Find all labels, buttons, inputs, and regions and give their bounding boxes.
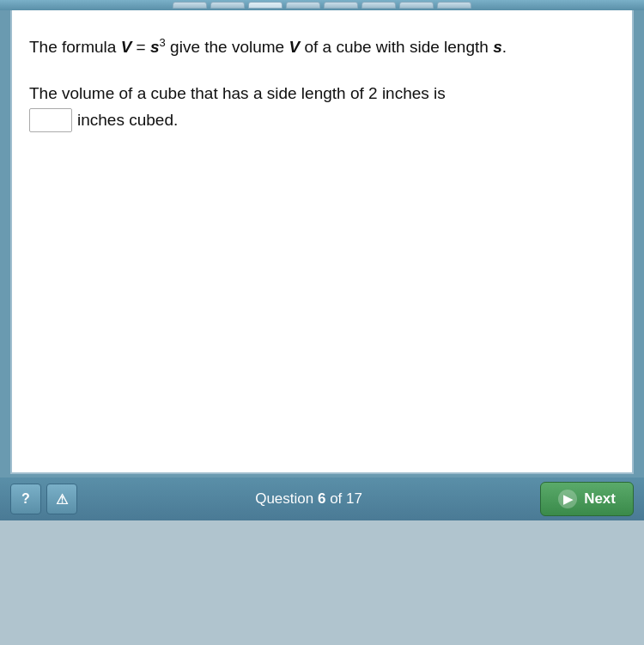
tab-8[interactable] — [437, 2, 471, 9]
formula-line1: The formula V = s3 give the volume V of … — [29, 34, 615, 60]
tab-1[interactable] — [173, 2, 207, 9]
main-content: The formula V = s3 give the volume V of … — [10, 10, 634, 474]
tab-5[interactable] — [324, 2, 358, 9]
help-button[interactable]: ? — [10, 484, 41, 514]
tab-7[interactable] — [399, 2, 434, 9]
gray-bottom-area — [0, 520, 644, 645]
question-text: The volume of a cube that has a side len… — [29, 81, 615, 106]
bottom-bar: ? ⚠ Question 6 of 17 ▶ Next — [0, 478, 644, 520]
tab-2[interactable] — [210, 2, 245, 9]
question-counter: Question 6 of 17 — [255, 490, 362, 508]
question-number: 6 — [318, 490, 325, 507]
next-arrow-icon: ▶ — [558, 490, 577, 508]
answer-input[interactable] — [29, 108, 72, 132]
tab-4[interactable] — [286, 2, 320, 9]
answer-suffix: inches cubed. — [77, 111, 178, 130]
next-label: Next — [584, 490, 616, 508]
alert-button[interactable]: ⚠ — [46, 484, 77, 514]
tab-3[interactable] — [248, 2, 283, 9]
top-tab-bar — [0, 0, 644, 10]
next-button[interactable]: ▶ Next — [540, 482, 634, 516]
answer-row: inches cubed. — [29, 108, 178, 132]
tab-6[interactable] — [361, 2, 396, 9]
bottom-left-buttons: ? ⚠ — [10, 484, 77, 514]
